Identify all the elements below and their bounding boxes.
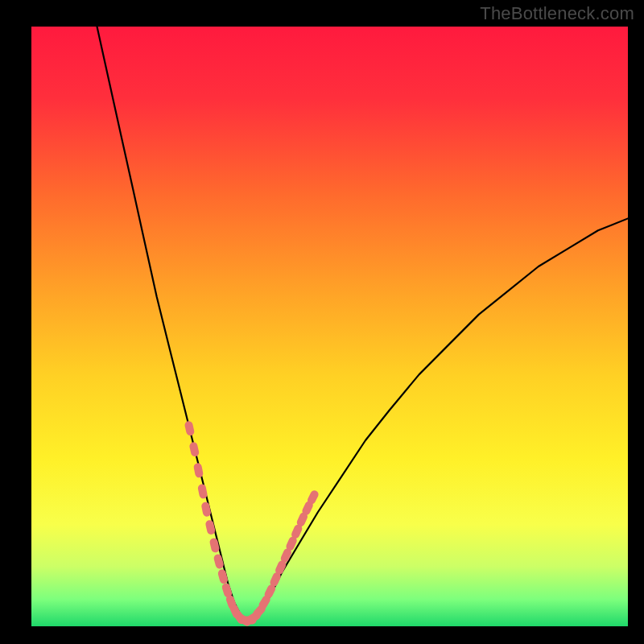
- marker-dot: [184, 420, 196, 436]
- plot-area: [31, 27, 628, 626]
- watermark-text: TheBottleneck.com: [480, 3, 634, 24]
- marker-dot: [200, 502, 211, 518]
- marker-dot: [204, 519, 216, 535]
- outer-frame: TheBottleneck.com: [0, 0, 644, 644]
- marker-dot: [188, 441, 200, 457]
- chart-svg: [31, 27, 628, 626]
- marker-dot: [209, 538, 221, 554]
- marker-dot: [197, 484, 208, 500]
- bottleneck-curve: [97, 27, 629, 621]
- marker-dot: [213, 554, 225, 570]
- marker-dot: [193, 462, 204, 478]
